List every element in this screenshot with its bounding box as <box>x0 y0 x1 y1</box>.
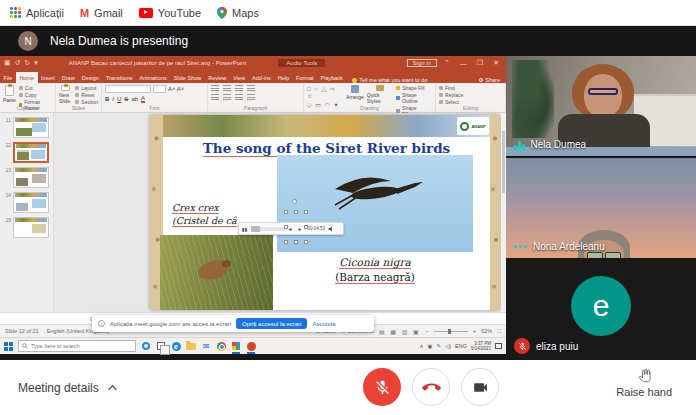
selection-handle[interactable] <box>304 210 308 214</box>
mute-microphone-button[interactable] <box>363 368 401 406</box>
cut-button[interactable]: Cut <box>19 85 52 91</box>
paste-button[interactable]: Paste <box>3 85 16 104</box>
slide-thumbnail-pane[interactable]: 11 12 13 14 <box>0 113 54 312</box>
right-species-latin[interactable]: Ciconia nigra <box>277 256 473 268</box>
selection-handle[interactable] <box>304 225 308 229</box>
taskbar-search-box[interactable]: Type here to search <box>18 340 136 352</box>
tray-volume-icon[interactable]: ◁) <box>445 343 451 349</box>
file-explorer-icon[interactable] <box>186 341 196 351</box>
thumbnail-row-13[interactable]: 13 <box>4 167 51 188</box>
align-left-icon[interactable] <box>211 94 219 101</box>
audio-player[interactable]: ▮▮ ◄ ► 00:04.53 <box>238 222 344 235</box>
tray-expand-icon[interactable]: ∧ <box>420 343 424 349</box>
tab-help[interactable]: Help <box>274 72 292 83</box>
tray-people-icon[interactable]: ◉ <box>428 343 433 349</box>
start-button[interactable] <box>4 342 13 351</box>
hide-notification-link[interactable]: Ascunde <box>312 321 335 327</box>
bullets-icon[interactable] <box>211 85 219 92</box>
photos-app-icon[interactable] <box>231 341 241 351</box>
columns-icon[interactable] <box>247 94 255 101</box>
close-icon[interactable]: ✕ <box>490 59 502 67</box>
slide-thumbnail[interactable] <box>13 217 49 238</box>
tab-draw[interactable]: Draw <box>58 72 78 83</box>
mail-icon[interactable]: ✉ <box>201 341 211 351</box>
audio-progress-bar[interactable] <box>251 227 285 231</box>
leave-call-button[interactable] <box>412 368 450 406</box>
slide-title[interactable]: The song of the Siret River birds <box>163 140 490 156</box>
tab-file[interactable]: File <box>0 72 16 83</box>
thumbnail-row-15[interactable]: 15 <box>4 217 51 238</box>
grow-shrink-font[interactable]: A˄ A˅ <box>168 85 184 93</box>
bookmark-youtube[interactable]: YouTube <box>139 7 201 19</box>
cortana-icon[interactable] <box>141 341 151 351</box>
selection-handle[interactable] <box>284 240 288 244</box>
line-spacing-icon[interactable] <box>247 85 255 92</box>
slide-thumbnail[interactable] <box>13 192 49 213</box>
left-species-text[interactable]: Crex crex (Cristel de câ <box>172 201 237 227</box>
stork-photo[interactable] <box>277 155 473 252</box>
right-species-common[interactable]: (Barza neagră) <box>277 271 473 283</box>
quick-access-toolbar[interactable]: ▣ ↺ ↻ ▾ <box>4 59 39 67</box>
bookmark-gmail[interactable]: M Gmail <box>80 7 123 19</box>
play-pause-icon[interactable]: ▮▮ <box>242 226 248 232</box>
ribbon-display-icon[interactable]: ⌃ <box>441 59 453 67</box>
participant-tile-nona[interactable]: Nona Ardeleanu <box>506 158 696 258</box>
slide-thumbnail-selected[interactable] <box>13 142 49 163</box>
shapes-gallery[interactable]: □ ○ △ ⇨ ☆ <box>307 85 343 99</box>
chrome-icon[interactable] <box>216 341 226 351</box>
selection-handle[interactable] <box>294 210 298 214</box>
slide-thumbnail[interactable] <box>13 117 49 138</box>
taskbar-clock[interactable]: 3:37 PM 5/14/2021 <box>471 341 491 351</box>
tab-add-ins[interactable]: Add-ins <box>249 72 275 83</box>
tab-review[interactable]: Review <box>205 72 230 83</box>
rotate-handle[interactable] <box>292 199 297 204</box>
participant-tile-nela[interactable]: Nela Dumea <box>506 56 696 156</box>
underline-button[interactable]: U <box>117 96 121 102</box>
selection-handle[interactable] <box>294 240 298 244</box>
zoom-level[interactable]: 62% <box>481 328 492 334</box>
italic-button[interactable]: I <box>112 96 114 102</box>
slide-canvas[interactable]: ANANP The song of the Siret River birds … <box>150 115 500 310</box>
tab-format[interactable]: Format <box>293 72 317 83</box>
zoom-in-icon[interactable]: + <box>473 328 476 334</box>
raise-hand-button[interactable]: Raise hand <box>616 367 672 398</box>
numbering-icon[interactable] <box>223 85 231 92</box>
tab-transitions[interactable]: Transitions <box>102 72 136 83</box>
reset-button[interactable]: Reset <box>75 92 98 98</box>
bookmark-maps[interactable]: Maps <box>217 7 259 19</box>
camera-button[interactable] <box>461 368 499 406</box>
find-button[interactable]: Find <box>439 85 463 91</box>
strikethrough-button[interactable]: S <box>124 96 128 102</box>
font-name-box[interactable] <box>105 85 151 93</box>
stop-sharing-button[interactable]: Opriți accesul la ecran <box>236 318 307 329</box>
text-shadow-button[interactable]: ab <box>131 96 138 102</box>
replace-button[interactable]: Replace <box>439 92 463 98</box>
tab-home[interactable]: Home <box>16 72 38 83</box>
thumbnail-row-11[interactable]: 11 <box>4 117 51 138</box>
selection-handle[interactable] <box>284 210 288 214</box>
powerpoint-taskbar-icon[interactable] <box>246 341 256 351</box>
restore-icon[interactable]: ❐ <box>474 59 486 67</box>
bookmark-apps[interactable]: Aplicații <box>10 7 64 19</box>
indent-icon[interactable] <box>235 85 243 92</box>
slide-thumbnail[interactable] <box>13 167 49 188</box>
minimize-icon[interactable]: — <box>457 60 470 67</box>
task-view-icon[interactable] <box>156 341 166 351</box>
tray-pen-icon[interactable]: ✎ <box>436 343 441 349</box>
font-size-box[interactable] <box>153 85 166 93</box>
bold-button[interactable]: B <box>105 96 109 102</box>
arrange-button[interactable]: Arrange <box>346 85 364 104</box>
thumbnail-row-12[interactable]: 12 <box>4 142 51 163</box>
tab-view[interactable]: View <box>230 72 249 83</box>
sign-in-button[interactable]: Sign in <box>407 59 437 67</box>
corncrake-photo[interactable] <box>160 235 273 310</box>
tab-design[interactable]: Design <box>78 72 102 83</box>
meeting-details-button[interactable]: Meeting details <box>18 360 118 415</box>
zoom-slider[interactable] <box>434 331 468 332</box>
zoom-out-icon[interactable]: − <box>426 328 429 334</box>
new-slide-button[interactable]: New Slide <box>59 85 72 104</box>
language-button[interactable]: ENG <box>455 343 467 349</box>
seek-back-icon[interactable]: ◄ <box>288 226 295 232</box>
tab-animations[interactable]: Animations <box>136 72 170 83</box>
participant-tile-eliza[interactable]: e eliza puiu <box>506 260 696 360</box>
